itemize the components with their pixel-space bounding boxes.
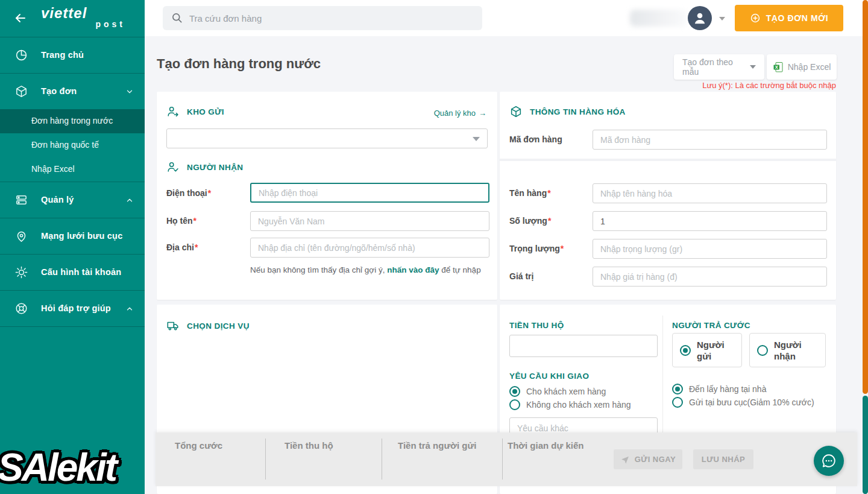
save-draft-button[interactable]: LƯU NHÁP — [693, 449, 753, 469]
sidebar-item-label: Trang chủ — [41, 50, 84, 60]
sidebar-header: viettel post — [0, 0, 145, 37]
import-excel-label: Nhập Excel — [788, 62, 831, 72]
goods-info-card: THÔNG TIN HÀNG HÓA Mã đơn hàng Tên hàng*… — [500, 92, 836, 300]
required-mark: * — [208, 188, 211, 198]
sidebar-item-international-order[interactable]: Đơn hàng quốc tế — [0, 133, 145, 157]
chat-fab[interactable] — [814, 446, 844, 476]
sub-item-label: Nhập Excel — [31, 164, 75, 174]
sidebar-item-label: Mạng lưới bưu cục — [41, 231, 122, 241]
phone-input[interactable] — [250, 183, 489, 203]
manual-address-link[interactable]: nhấn vào đây — [387, 265, 439, 274]
search-input[interactable] — [189, 6, 473, 30]
sidebar-item-domestic-order[interactable]: Đơn hàng trong nước — [0, 109, 145, 133]
payer-receiver-option[interactable]: Người nhận — [749, 333, 826, 367]
scrollbar-track-teal[interactable] — [863, 396, 868, 494]
back-arrow-icon[interactable] — [13, 11, 28, 25]
weight-label: Trọng lượng* — [509, 244, 564, 253]
send-now-button[interactable]: GỬI NGAY — [614, 449, 682, 469]
pie-chart-icon — [14, 48, 28, 62]
order-code-label: Mã đơn hàng — [509, 135, 562, 144]
rows-icon — [14, 193, 28, 207]
avatar[interactable] — [688, 6, 712, 30]
address-input[interactable] — [250, 238, 489, 258]
search-icon — [171, 12, 183, 24]
cod-input[interactable] — [509, 335, 658, 357]
package-icon — [14, 84, 28, 98]
sidebar-item-help[interactable]: Hỏi đáp trợ giúp — [0, 290, 145, 326]
import-excel-button[interactable]: X Nhập Excel — [767, 54, 837, 80]
sidebar-item-post-network[interactable]: Mạng lưới bưu cục — [0, 218, 145, 254]
radio-icon — [672, 397, 683, 408]
create-order-button[interactable]: TẠO ĐƠN MỚI — [735, 5, 843, 31]
radio-icon — [680, 345, 691, 356]
summary-divider — [502, 439, 503, 480]
save-draft-label: LƯU NHÁP — [702, 455, 746, 464]
payer-sender-option[interactable]: Người gửi — [672, 333, 742, 367]
sub-item-label: Đơn hàng quốc tế — [31, 140, 99, 150]
summary-divider — [265, 439, 266, 480]
chevron-up-icon — [125, 305, 134, 313]
address-label: Địa chỉ* — [166, 242, 198, 252]
sidebar-item-label: Quản lý — [41, 195, 74, 204]
receiver-section-header: NGƯỜI NHẬN — [166, 160, 243, 174]
radio-pickup-home[interactable]: Đến lấy hàng tại nhà — [672, 384, 766, 394]
svg-text:X: X — [775, 65, 778, 70]
delivery-request-title: YÊU CẦU KHI GIAO — [509, 372, 589, 381]
weight-input[interactable] — [593, 239, 827, 259]
fullname-input[interactable] — [250, 211, 489, 231]
fee-payer-title: NGƯỜI TRẢ CƯỚC — [672, 321, 750, 330]
payer-sender-label: Người gửi — [697, 339, 732, 362]
value-input[interactable] — [593, 267, 827, 287]
package-icon — [509, 105, 523, 118]
required-mark: * — [561, 244, 564, 253]
topbar: TẠO ĐƠN MỚI — [145, 0, 868, 36]
quantity-label: Số lượng* — [509, 216, 551, 226]
warehouse-select[interactable] — [166, 128, 488, 148]
service-section-header: CHỌN DỊCH VỤ — [166, 319, 250, 332]
sidebar-item-manage[interactable]: Quản lý — [0, 182, 145, 218]
radio-icon — [672, 384, 683, 394]
sidebar-item-home[interactable]: Trang chủ — [0, 37, 145, 73]
sub-item-label: Đơn hàng trong nước — [31, 116, 113, 125]
template-dropdown[interactable]: Tạo đơn theo mẫu — [674, 54, 764, 80]
order-code-input[interactable] — [593, 130, 827, 150]
caret-down-icon — [473, 137, 480, 141]
fullname-label: Họ tên* — [166, 216, 197, 226]
chevron-up-icon — [125, 196, 134, 204]
radio-show-goods[interactable]: Cho khách xem hàng — [509, 386, 606, 397]
radio-pickup-office[interactable]: Gửi tại bưu cục(Giảm 10% cước) — [672, 397, 814, 408]
value-label: Giá trị — [509, 271, 533, 281]
username-blurred — [630, 10, 688, 27]
sidebar-item-account-settings[interactable]: Cấu hình tài khoản — [0, 254, 145, 290]
goods-section-header: THÔNG TIN HÀNG HÓA — [509, 105, 626, 118]
manage-warehouse-link[interactable]: Quản lý kho → — [434, 109, 486, 118]
sidebar-item-label: Cấu hình tài khoản — [41, 267, 121, 277]
required-fields-note: Lưu ý(*): Là các trường bắt buộc nhập — [702, 81, 836, 90]
user-menu-caret-icon[interactable] — [719, 17, 725, 21]
order-search-box — [163, 6, 482, 30]
lifebuoy-icon — [14, 302, 28, 315]
required-mark: * — [193, 216, 197, 226]
cod-amount-label: Tiền thu hộ — [285, 440, 333, 451]
sidebar-item-import-excel[interactable]: Nhập Excel — [0, 157, 145, 182]
receiver-title: NGƯỜI NHẬN — [187, 163, 243, 172]
chat-bubble-icon — [820, 452, 838, 470]
sidebar-item-create-order[interactable]: Tạo đơn — [0, 73, 145, 109]
manage-warehouse-label: Quản lý kho — [434, 109, 476, 118]
required-mark: * — [548, 216, 551, 226]
gear-icon — [14, 265, 28, 279]
phone-label: Điện thoại* — [166, 188, 211, 198]
radio-icon — [509, 386, 520, 397]
radio-label: Không cho khách xem hàng — [526, 400, 631, 410]
summary-bar: Tổng cước Tiền thu hộ Tiền trả người gửi… — [156, 432, 857, 486]
quantity-input[interactable] — [593, 211, 827, 231]
goods-name-input[interactable] — [593, 183, 827, 203]
goods-title: THÔNG TIN HÀNG HÓA — [530, 107, 626, 116]
sidebar-item-label: Tạo đơn — [41, 86, 77, 96]
required-mark: * — [195, 242, 198, 252]
radio-no-show-goods[interactable]: Không cho khách xem hàng — [509, 399, 631, 410]
excel-icon: X — [773, 62, 784, 72]
truck-icon — [166, 319, 180, 332]
sidebar: viettel post Trang chủ Tạo đơn Đơn hàng … — [0, 0, 145, 494]
scrollbar-thumb-orange[interactable] — [863, 0, 868, 394]
